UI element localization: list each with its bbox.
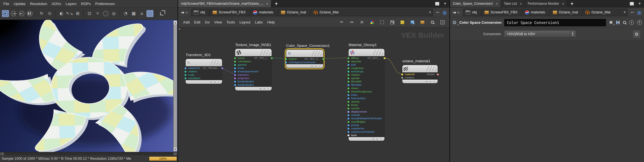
- input-dot[interactable]: [347, 57, 349, 59]
- customize-tools-icon[interactable]: ✂: [338, 19, 345, 26]
- input-dot[interactable]: [234, 57, 236, 59]
- scroll-right-icon[interactable]: ►: [173, 152, 178, 155]
- gauge-icon[interactable]: ◔: [122, 10, 129, 17]
- input-dot[interactable]: [347, 87, 349, 89]
- houdini-logo-icon[interactable]: H: [616, 20, 620, 25]
- breadcrumb-screwsfbx_fbx[interactable]: ScrewsFBX_FBX: [483, 10, 519, 14]
- snapshot-icon[interactable]: ⊞: [74, 10, 81, 17]
- home-icon[interactable]: ⌂: [138, 10, 145, 17]
- input-dot[interactable]: [347, 101, 349, 103]
- scroll-left-icon[interactable]: ◄: [0, 152, 4, 155]
- input-dot[interactable]: [234, 64, 236, 66]
- rings-icon[interactable]: ◎: [110, 10, 117, 17]
- breadcrumb-octane_mat[interactable]: Octane_mat: [552, 10, 579, 14]
- input-dot[interactable]: [234, 84, 236, 86]
- input-dot[interactable]: [234, 67, 236, 69]
- input-dot[interactable]: [347, 121, 349, 123]
- input-dot[interactable]: [185, 67, 186, 69]
- pane-maximize-icon[interactable]: [630, 2, 634, 6]
- input-dot[interactable]: [347, 84, 349, 86]
- input-dot[interactable]: [285, 61, 287, 63]
- node-name-input[interactable]: [504, 19, 606, 26]
- input-dot[interactable]: [347, 128, 349, 130]
- node-material-glossy1[interactable]: diffuseNT_MAT_...specularbrdfroughnessan…: [349, 49, 384, 141]
- breadcrumb-dropdown-icon[interactable]: ▼: [429, 11, 431, 14]
- viewport-vertical-scrollbar[interactable]: ▲ ▼: [173, 20, 177, 151]
- stop-render-icon[interactable]: ⊙: [46, 10, 53, 17]
- menu-layout[interactable]: Layout: [237, 20, 253, 24]
- input-dot[interactable]: [347, 94, 349, 96]
- presets-icon[interactable]: ✱: [609, 20, 613, 25]
- scroll-down-icon[interactable]: ▼: [174, 147, 177, 151]
- info-icon[interactable]: i: [629, 20, 634, 25]
- breadcrumb-octane_mat[interactable]: Octane_Mat: [312, 10, 340, 15]
- close-icon[interactable]: ×: [520, 2, 522, 6]
- play-icon[interactable]: ▶: [2, 10, 9, 17]
- input-dot[interactable]: [234, 61, 236, 63]
- input-dot[interactable]: [347, 67, 349, 69]
- menu-go[interactable]: Go: [203, 20, 212, 24]
- input-dot[interactable]: [401, 77, 403, 79]
- search-icon[interactable]: [429, 19, 436, 26]
- network-graph-area[interactable]: ▲ VEX Builder Transform_3D1↻rotationOr..…: [178, 27, 449, 162]
- input-dot[interactable]: [347, 131, 349, 133]
- input-dot[interactable]: [347, 124, 349, 126]
- node-color-space-conversion1[interactable]: ⚙textureNT_TEX_C...colorSpaceConversion≡…: [286, 50, 323, 68]
- output-dot[interactable]: [437, 73, 439, 75]
- new-tab-button[interactable]: +: [567, 0, 577, 7]
- input-dot[interactable]: [347, 111, 349, 113]
- forward-arrow-icon[interactable]: ►: [458, 10, 461, 15]
- tree-view-icon[interactable]: ≔: [348, 19, 355, 26]
- breadcrumb-materials[interactable]: materials: [252, 10, 274, 15]
- close-icon[interactable]: ×: [266, 2, 269, 6]
- menu-preferences[interactable]: Preferences: [93, 2, 117, 6]
- input-dot[interactable]: [347, 118, 349, 120]
- back-arrow-icon[interactable]: ◄: [452, 10, 456, 15]
- tab-take-list[interactable]: Take List×: [501, 0, 525, 7]
- back-arrow-icon[interactable]: ◄: [181, 10, 184, 15]
- input-dot[interactable]: [347, 108, 349, 109]
- menu-labs[interactable]: Labs: [253, 20, 265, 24]
- pane-maximize-icon[interactable]: [435, 2, 439, 6]
- menu-file[interactable]: File: [1, 2, 11, 6]
- tab-performance-monitor[interactable]: Performance Monitor×: [525, 0, 567, 7]
- input-dot[interactable]: [347, 134, 349, 136]
- panes-icon[interactable]: [389, 19, 396, 26]
- image-add-icon[interactable]: [409, 19, 416, 26]
- asset-box-icon[interactable]: [419, 19, 426, 26]
- node-octane-material1[interactable]: materialshadermedium≡=−: [402, 65, 438, 83]
- tab-color-space-conversion1[interactable]: Color_Space_Conversion1×: [450, 0, 501, 7]
- input-dot[interactable]: [401, 73, 403, 75]
- breadcrumb-octane_mat[interactable]: Octane_Mat: [584, 10, 612, 15]
- list-view-icon[interactable]: ≡: [358, 19, 365, 26]
- menu-help[interactable]: Help: [265, 20, 277, 24]
- output-dot[interactable]: [384, 57, 386, 59]
- dotted-circle-icon[interactable]: ◌: [146, 10, 153, 17]
- menu-add[interactable]: Add: [181, 20, 192, 24]
- input-dot[interactable]: [347, 97, 349, 99]
- menu-aovs[interactable]: AOVs: [49, 2, 63, 6]
- breadcrumb-materials[interactable]: materials: [524, 10, 546, 15]
- sticky-note-icon[interactable]: [399, 19, 406, 26]
- network-tab[interactable]: /obj/ScrewsFBX_FBX/materials/Octane_mat/…: [178, 0, 271, 7]
- more-options-icon[interactable]: ⋯: [102, 10, 109, 17]
- input-dot[interactable]: [285, 58, 287, 60]
- close-icon[interactable]: ×: [562, 2, 564, 6]
- help-icon[interactable]: ?: [637, 20, 642, 25]
- breadcrumb-obj[interactable]: obj: [465, 10, 478, 15]
- spinner-icon[interactable]: ▲▼: [570, 31, 575, 37]
- input-dot[interactable]: [347, 104, 349, 106]
- pin-icon[interactable]: ⊸: [631, 10, 634, 15]
- jump-start-icon[interactable]: │◀: [10, 10, 17, 17]
- input-dot[interactable]: [347, 64, 349, 66]
- scroll-up-icon[interactable]: ▲: [174, 21, 177, 24]
- node-texture-image-rgb1[interactable]: powerNT_TEX_I...colorSpacegammainvertlin…: [235, 49, 272, 90]
- region-render-icon[interactable]: ⊡: [86, 10, 93, 17]
- expand-icon[interactable]: ↖↘: [66, 10, 73, 17]
- contrast-icon[interactable]: ◐: [58, 10, 65, 17]
- input-dot[interactable]: [234, 71, 236, 73]
- menu-layers[interactable]: Layers: [63, 2, 79, 6]
- input-dot[interactable]: [347, 74, 349, 76]
- breadcrumb-dropdown-icon[interactable]: ▼: [624, 11, 626, 14]
- input-dot[interactable]: [234, 74, 236, 76]
